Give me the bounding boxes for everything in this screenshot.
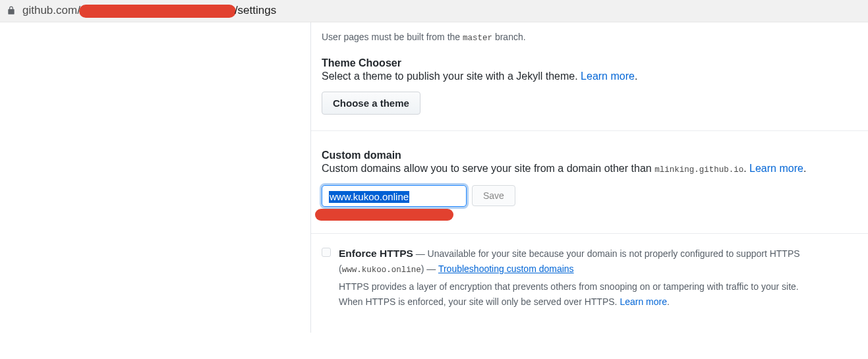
https-description-2: When HTTPS is enforced, your site will o…	[339, 294, 800, 309]
url-path: /settings	[235, 4, 276, 16]
troubleshoot-link[interactable]: Troubleshooting custom domains	[438, 263, 574, 274]
redaction-bar	[315, 209, 453, 221]
https-domain-code: www.kukoo.online	[342, 265, 421, 275]
master-branch-code: master	[463, 34, 492, 43]
user-pages-note: User pages must be built from the master…	[322, 32, 857, 43]
address-bar: github.com//settings	[0, 0, 868, 22]
lock-icon	[7, 6, 16, 15]
theme-chooser-desc: Select a theme to publish your site with…	[322, 70, 857, 82]
custom-domain-desc: Custom domains allow you to serve your s…	[322, 163, 857, 175]
default-domain-code: mlinking.github.io	[654, 165, 743, 175]
enforce-https-checkbox[interactable]	[322, 248, 331, 257]
choose-theme-button[interactable]: Choose a theme	[322, 92, 420, 115]
custom-domain-learn-more-link[interactable]: Learn more	[749, 163, 803, 174]
custom-domain-heading: Custom domain	[322, 150, 857, 161]
https-learn-more-link[interactable]: Learn more	[620, 296, 667, 307]
url-host: github.com/	[22, 4, 80, 16]
theme-chooser-heading: Theme Chooser	[322, 57, 857, 69]
custom-domain-input[interactable]	[322, 185, 467, 207]
settings-content: User pages must be built from the master…	[310, 22, 868, 333]
url-display: github.com//settings	[22, 4, 276, 18]
save-button[interactable]: Save	[472, 185, 515, 206]
redaction-bar	[79, 5, 236, 18]
enforce-https-status: Enforce HTTPS — Unavailable for your sit…	[339, 246, 800, 262]
enforce-https-label: Enforce HTTPS	[339, 248, 413, 259]
https-description-1: HTTPS provides a layer of encryption tha…	[339, 279, 800, 294]
enforce-https-substatus: (www.kukoo.online) — Troubleshooting cus…	[339, 262, 800, 277]
theme-learn-more-link[interactable]: Learn more	[581, 70, 635, 82]
